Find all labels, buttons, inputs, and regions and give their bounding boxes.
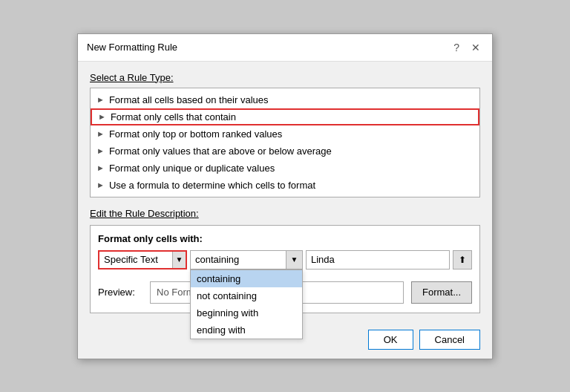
preview-label: Preview: bbox=[98, 287, 142, 298]
edit-rule-label: Edit the Rule Description: bbox=[90, 208, 480, 219]
rule-item-label: Format only top or bottom ranked values bbox=[109, 128, 282, 140]
ok-button[interactable]: OK bbox=[368, 330, 413, 350]
containing-option-not-containing[interactable]: not containing bbox=[191, 287, 302, 304]
cancel-button[interactable]: Cancel bbox=[419, 330, 480, 350]
new-formatting-rule-dialog: New Formatting Rule ? ✕ Select a Rule Ty… bbox=[77, 33, 493, 359]
specific-text-dropdown[interactable]: Specific Text ▼ bbox=[98, 250, 187, 270]
containing-outer: containing ▼ containing not containing b… bbox=[190, 250, 303, 270]
rule-item-label: Format only values that are above or bel… bbox=[109, 146, 332, 157]
rule-arrow-icon: ► bbox=[96, 129, 105, 138]
specific-text-arrow-icon: ▼ bbox=[172, 252, 186, 268]
rule-type-list: ► Format all cells based on their values… bbox=[90, 88, 480, 197]
edit-rule-box: Format only cells with: Specific Text ▼ … bbox=[90, 225, 480, 313]
rule-item-formula[interactable]: ► Use a formula to determine which cells… bbox=[91, 177, 479, 194]
containing-popup: containing not containing beginning with… bbox=[190, 270, 303, 339]
containing-option-beginning-with[interactable]: beginning with bbox=[191, 304, 302, 321]
rule-item-unique-dup[interactable]: ► Format only unique or duplicate values bbox=[91, 160, 479, 177]
rule-item-label: Format only cells that contain bbox=[111, 111, 236, 122]
rule-item-top-bottom[interactable]: ► Format only top or bottom ranked value… bbox=[91, 125, 479, 143]
rule-arrow-icon: ► bbox=[96, 180, 105, 189]
rule-item-cells-contain[interactable]: ► Format only cells that contain bbox=[91, 108, 479, 125]
close-button[interactable]: ✕ bbox=[468, 40, 483, 55]
containing-value: containing bbox=[191, 250, 286, 270]
format-button[interactable]: Format... bbox=[411, 281, 472, 304]
rule-item-label: Use a formula to determine which cells t… bbox=[109, 180, 315, 191]
rule-item-above-below[interactable]: ► Format only values that are above or b… bbox=[91, 143, 479, 160]
dialog-title: New Formatting Rule bbox=[87, 42, 177, 53]
containing-option-ending-with[interactable]: ending with bbox=[191, 321, 302, 339]
value-input[interactable] bbox=[306, 250, 450, 270]
specific-text-wrapper: Specific Text ▼ bbox=[98, 250, 187, 270]
rule-item-all-cells[interactable]: ► Format all cells based on their values bbox=[91, 91, 479, 108]
format-cells-with-label: Format only cells with: bbox=[98, 233, 472, 244]
containing-dropdown[interactable]: containing ▼ bbox=[190, 250, 303, 270]
help-button[interactable]: ? bbox=[451, 40, 462, 55]
rule-arrow-icon: ► bbox=[96, 163, 105, 172]
containing-arrow-icon: ▼ bbox=[286, 251, 302, 269]
rule-arrow-icon: ► bbox=[98, 112, 106, 121]
rule-item-label: Format all cells based on their values bbox=[109, 94, 269, 105]
rule-item-label: Format only unique or duplicate values bbox=[109, 163, 275, 174]
containing-option-containing[interactable]: containing bbox=[191, 270, 302, 287]
dialog-body: Select a Rule Type: ► Format all cells b… bbox=[78, 62, 492, 322]
specific-text-value: Specific Text bbox=[99, 254, 172, 265]
up-button[interactable]: ⬆ bbox=[453, 250, 472, 270]
rule-type-label: Select a Rule Type: bbox=[90, 72, 480, 83]
rule-arrow-icon: ► bbox=[96, 95, 105, 104]
title-bar: New Formatting Rule ? ✕ bbox=[78, 34, 492, 62]
condition-controls-row: Specific Text ▼ containing ▼ containing … bbox=[98, 250, 472, 270]
rule-arrow-icon: ► bbox=[96, 146, 105, 155]
title-bar-controls: ? ✕ bbox=[451, 40, 483, 55]
